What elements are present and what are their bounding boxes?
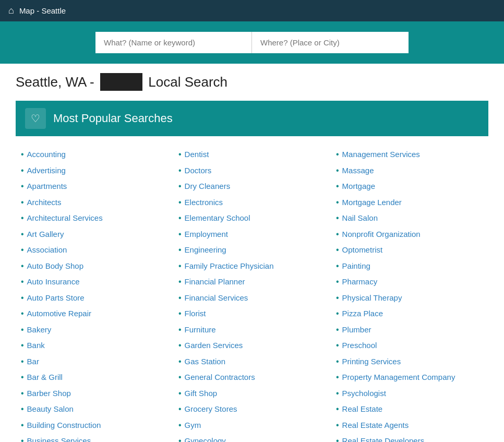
list-item: Bar & Grill — [21, 369, 168, 386]
category-link[interactable]: Massage — [342, 165, 374, 177]
category-link[interactable]: Nonprofit Organization — [342, 229, 421, 241]
category-link[interactable]: Property Management Company — [342, 372, 455, 384]
category-link[interactable]: Elementary School — [185, 212, 250, 224]
category-link[interactable]: Plumber — [342, 324, 371, 336]
category-link[interactable]: Advertising — [27, 165, 66, 177]
category-link[interactable]: General Contractors — [185, 372, 255, 384]
col2-list: DentistDoctorsDry CleanersElectronicsEle… — [178, 147, 326, 442]
list-item: Elementary School — [178, 210, 326, 226]
category-link[interactable]: Business Services — [27, 435, 91, 442]
list-item: Mortgage — [336, 178, 483, 195]
category-link[interactable]: Florist — [185, 308, 206, 320]
category-link[interactable]: Gas Station — [185, 356, 225, 368]
category-link[interactable]: Real Estate Developers — [342, 435, 425, 442]
category-link[interactable]: Pharmacy — [342, 276, 378, 288]
category-link[interactable]: Real Estate — [342, 403, 383, 415]
list-item: Preschool — [336, 338, 483, 354]
category-link[interactable]: Association — [27, 244, 67, 256]
where-input[interactable] — [252, 32, 409, 53]
category-link[interactable]: Preschool — [342, 340, 377, 352]
category-link[interactable]: Barber Shop — [27, 388, 71, 400]
list-item: Psychologist — [336, 386, 483, 402]
category-link[interactable]: Garden Services — [185, 340, 243, 352]
category-link[interactable]: Psychologist — [342, 388, 386, 400]
home-icon[interactable]: ⌂ — [8, 5, 14, 16]
category-link[interactable]: Bakery — [27, 324, 52, 336]
list-item: Apartments — [21, 178, 168, 195]
category-link[interactable]: Automotive Repair — [27, 308, 91, 320]
category-link[interactable]: Management Services — [342, 149, 420, 161]
category-link[interactable]: Electronics — [185, 197, 223, 209]
list-item: Accounting — [21, 147, 168, 163]
list-item: Gynecology — [178, 433, 326, 442]
category-link[interactable]: Bar — [27, 356, 39, 368]
category-link[interactable]: Family Practice Physician — [185, 260, 274, 272]
category-link[interactable]: Dry Cleaners — [185, 181, 231, 193]
category-link[interactable]: Auto Insurance — [27, 276, 80, 288]
list-item: Dry Cleaners — [178, 178, 326, 195]
category-link[interactable]: Gym — [185, 420, 201, 432]
category-link[interactable]: Beauty Salon — [27, 403, 74, 415]
list-item: Real Estate Agents — [336, 417, 483, 434]
list-item: Automotive Repair — [21, 306, 168, 322]
list-item: Printing Services — [336, 354, 483, 370]
list-item: Property Management Company — [336, 369, 483, 386]
category-link[interactable]: Dentist — [185, 149, 209, 161]
list-item: Architects — [21, 195, 168, 211]
category-link[interactable]: Architects — [27, 197, 62, 209]
list-item: Grocery Stores — [178, 401, 326, 417]
category-link[interactable]: Mortgage — [342, 181, 375, 193]
list-item: Beauty Salon — [21, 401, 168, 417]
category-link[interactable]: Physical Therapy — [342, 292, 402, 304]
category-link[interactable]: Financial Planner — [185, 276, 245, 288]
category-link[interactable]: Nail Salon — [342, 212, 378, 224]
category-link[interactable]: Apartments — [27, 181, 67, 193]
list-item: Management Services — [336, 147, 483, 163]
list-item: Real Estate Developers — [336, 433, 483, 442]
category-link[interactable]: Bank — [27, 340, 45, 352]
list-item: Optometrist — [336, 242, 483, 258]
what-input[interactable] — [95, 32, 252, 53]
category-link[interactable]: Printing Services — [342, 356, 401, 368]
list-item: Advertising — [21, 163, 168, 179]
category-link[interactable]: Employment — [185, 229, 228, 241]
list-item: Mortgage Lender — [336, 195, 483, 211]
category-link[interactable]: Painting — [342, 260, 370, 272]
list-item: General Contractors — [178, 369, 326, 386]
category-link[interactable]: Building Construction — [27, 420, 101, 432]
list-item: Barber Shop — [21, 386, 168, 402]
category-link[interactable]: Doctors — [185, 165, 212, 177]
popular-title: Most Popular Searches — [53, 112, 173, 125]
category-link[interactable]: Optometrist — [342, 244, 383, 256]
category-link[interactable]: Furniture — [185, 324, 216, 336]
category-link[interactable]: Gynecology — [185, 435, 226, 442]
search-section — [0, 21, 504, 64]
category-column-1: AccountingAdvertisingApartmentsArchitect… — [16, 147, 173, 442]
category-link[interactable]: Gift Shop — [185, 388, 218, 400]
category-link[interactable]: Mortgage Lender — [342, 197, 402, 209]
list-item: Gym — [178, 417, 326, 434]
category-link[interactable]: Art Gallery — [27, 229, 64, 241]
category-link[interactable]: Auto Parts Store — [27, 292, 85, 304]
list-item: Bank — [21, 338, 168, 354]
list-item: Electronics — [178, 195, 326, 211]
category-link[interactable]: Financial Services — [185, 292, 248, 304]
col3-list: Management ServicesMassageMortgageMortga… — [336, 147, 483, 442]
list-item: Association — [21, 242, 168, 258]
list-item: Bar — [21, 354, 168, 370]
heading-suffix: Local Search — [148, 74, 227, 90]
heading-prefix: Seattle, WA - — [16, 74, 94, 90]
category-link[interactable]: Real Estate Agents — [342, 420, 409, 432]
list-item: Pharmacy — [336, 274, 483, 290]
category-link[interactable]: Bar & Grill — [27, 372, 63, 384]
category-link[interactable]: Accounting — [27, 149, 66, 161]
category-link[interactable]: Architectural Services — [27, 212, 103, 224]
popular-header: ♡ Most Popular Searches — [16, 101, 488, 136]
category-link[interactable]: Grocery Stores — [185, 403, 237, 415]
category-link[interactable]: Engineering — [185, 244, 226, 256]
list-item: Engineering — [178, 242, 326, 258]
list-item: Painting — [336, 258, 483, 274]
main-content: Seattle, WA - Local Search ♡ Most Popula… — [0, 64, 504, 442]
category-link[interactable]: Auto Body Shop — [27, 260, 83, 272]
category-link[interactable]: Pizza Place — [342, 308, 383, 320]
